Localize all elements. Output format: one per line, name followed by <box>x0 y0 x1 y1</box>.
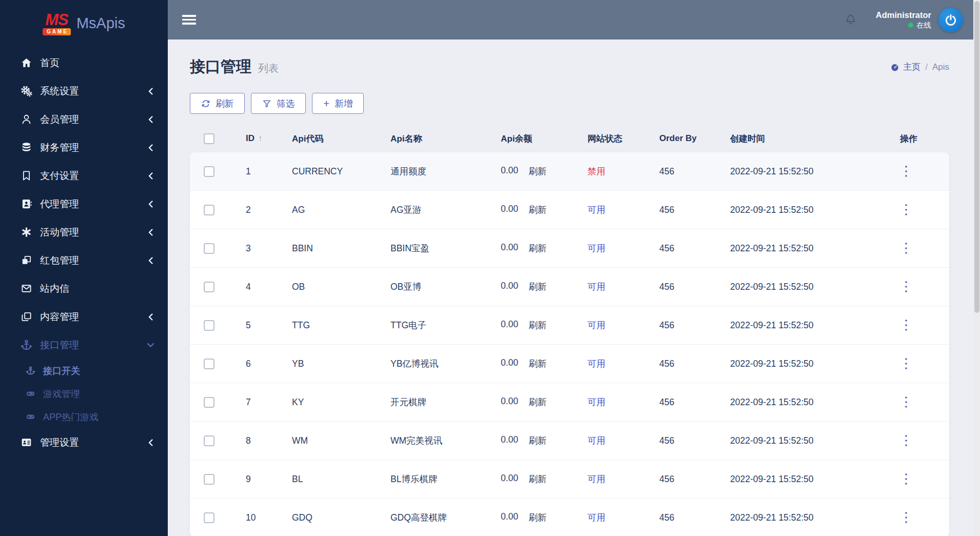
cell-id: 7 <box>228 397 275 408</box>
refresh-button[interactable]: 刷新 <box>190 93 245 114</box>
anchor-icon <box>19 339 33 351</box>
page-subtitle: 列表 <box>258 62 279 75</box>
sidebar-item-site-messages[interactable]: 站内信 <box>0 274 168 303</box>
sidebar-item-system-settings[interactable]: 系统设置 <box>0 77 168 105</box>
row-checkbox[interactable] <box>204 282 214 292</box>
balance-refresh-link[interactable]: 刷新 <box>528 165 546 177</box>
balance-refresh-link[interactable]: 刷新 <box>528 242 546 254</box>
header-id[interactable]: ID↑ <box>228 133 275 144</box>
breadcrumb-home-link[interactable]: 主页 <box>890 61 920 73</box>
row-checkbox[interactable] <box>204 512 214 523</box>
row-actions-kebab-icon[interactable] <box>900 316 912 334</box>
cell-site-status[interactable]: 可用 <box>570 473 642 485</box>
cell-api-name: BL博乐棋牌 <box>373 473 483 485</box>
row-actions-kebab-icon[interactable] <box>900 432 912 449</box>
balance-value: 0.00 <box>501 165 518 177</box>
toolbar: 刷新 筛选 + 新增 <box>190 93 949 114</box>
balance-refresh-link[interactable]: 刷新 <box>528 396 546 408</box>
sidebar-item-label: 内容管理 <box>40 310 79 324</box>
balance-refresh-link[interactable]: 刷新 <box>528 281 546 293</box>
cell-created-at: 2022-09-21 15:52:50 <box>713 512 883 523</box>
sidebar-item-content-management[interactable]: 内容管理 <box>0 303 168 331</box>
row-actions-kebab-icon[interactable] <box>900 201 912 219</box>
sidebar-item-home[interactable]: 首页 <box>0 49 168 77</box>
user-info[interactable]: Administrator 在线 <box>876 10 931 30</box>
sidebar-subitem-app-hot-games[interactable]: APP热门游戏 <box>0 405 168 428</box>
cell-order-by: 456 <box>642 166 713 177</box>
sidebar-item-label: 首页 <box>40 56 60 70</box>
cell-created-at: 2022-09-21 15:52:50 <box>713 205 883 215</box>
notifications-bell-icon[interactable] <box>844 13 857 27</box>
cell-id: 3 <box>228 243 275 254</box>
row-checkbox[interactable] <box>204 359 214 369</box>
cell-site-status[interactable]: 可用 <box>570 511 642 524</box>
cell-site-status[interactable]: 可用 <box>570 319 642 331</box>
brand-logo[interactable]: MS GAME MsApis <box>0 0 168 39</box>
cell-api-balance: 0.00 刷新 <box>483 358 570 370</box>
cell-order-by: 456 <box>642 205 713 215</box>
table-row: 6 YB YB亿博视讯 0.00 刷新 可用 456 2022-09-21 15… <box>190 345 949 383</box>
row-actions-kebab-icon[interactable] <box>900 355 912 372</box>
cell-api-balance: 0.00 刷新 <box>483 281 570 293</box>
sidebar-item-label: 代理管理 <box>40 197 79 211</box>
scrollbar-thumb[interactable] <box>974 1 979 313</box>
select-all-checkbox[interactable] <box>204 133 214 144</box>
refresh-button-label: 刷新 <box>215 97 233 110</box>
cell-order-by: 456 <box>642 243 713 254</box>
sidebar-item-agent-management[interactable]: 代理管理 <box>0 190 168 218</box>
sidebar-toggle-hamburger-icon[interactable] <box>182 15 196 25</box>
cell-site-status[interactable]: 可用 <box>570 204 642 216</box>
cell-api-balance: 0.00 刷新 <box>483 319 570 331</box>
cell-site-status[interactable]: 可用 <box>570 358 642 370</box>
balance-refresh-link[interactable]: 刷新 <box>528 434 546 447</box>
filter-button[interactable]: 筛选 <box>251 93 306 114</box>
cell-api-code: WM <box>275 435 373 446</box>
balance-refresh-link[interactable]: 刷新 <box>528 511 546 524</box>
page-scrollbar <box>973 0 980 536</box>
row-checkbox[interactable] <box>204 474 214 485</box>
sidebar-subitem-game-management[interactable]: 游戏管理 <box>0 382 168 405</box>
balance-value: 0.00 <box>501 281 518 293</box>
sidebar-item-admin-settings[interactable]: 管理设置 <box>0 428 168 456</box>
sidebar-item-finance-management[interactable]: 财务管理 <box>0 133 168 162</box>
row-checkbox[interactable] <box>204 435 214 446</box>
row-checkbox[interactable] <box>204 397 214 408</box>
row-actions-kebab-icon[interactable] <box>900 240 912 257</box>
header-order-by: Order By <box>642 133 713 144</box>
row-actions-kebab-icon[interactable] <box>900 470 912 488</box>
sidebar-item-payment-settings[interactable]: 支付设置 <box>0 162 168 190</box>
sidebar-subitem-api-switch[interactable]: 接口开关 <box>0 359 168 382</box>
envelope-icon <box>19 283 33 295</box>
dashboard-icon <box>890 63 899 72</box>
add-button[interactable]: + 新增 <box>312 93 364 114</box>
sidebar-item-label: 财务管理 <box>40 141 79 154</box>
balance-refresh-link[interactable]: 刷新 <box>528 473 546 485</box>
balance-refresh-link[interactable]: 刷新 <box>528 204 546 216</box>
sidebar-item-member-management[interactable]: 会员管理 <box>0 105 168 133</box>
sort-asc-icon[interactable]: ↑ <box>258 134 262 143</box>
row-checkbox[interactable] <box>204 205 214 215</box>
cell-site-status[interactable]: 可用 <box>570 242 642 254</box>
row-checkbox[interactable] <box>204 243 214 254</box>
balance-refresh-link[interactable]: 刷新 <box>528 358 546 370</box>
sidebar-item-red-packet-management[interactable]: 红包管理 <box>0 246 168 274</box>
row-actions-kebab-icon[interactable] <box>900 278 912 295</box>
sidebar-item-api-management[interactable]: 接口管理 <box>0 331 168 359</box>
cell-id: 4 <box>228 282 275 292</box>
cell-api-code: CURRENCY <box>275 166 373 177</box>
row-actions-kebab-icon[interactable] <box>900 393 912 411</box>
logout-power-button[interactable] <box>938 8 963 32</box>
cell-order-by: 456 <box>642 397 713 408</box>
sidebar-item-activity-management[interactable]: 活动管理 <box>0 218 168 246</box>
row-checkbox[interactable] <box>204 166 214 177</box>
cell-site-status[interactable]: 可用 <box>570 396 642 408</box>
cell-api-name: GDQ高登棋牌 <box>373 511 483 524</box>
balance-value: 0.00 <box>501 511 518 524</box>
row-actions-kebab-icon[interactable] <box>900 163 912 180</box>
cell-site-status[interactable]: 可用 <box>570 281 642 293</box>
row-actions-kebab-icon[interactable] <box>900 509 912 526</box>
balance-refresh-link[interactable]: 刷新 <box>528 319 546 331</box>
cell-site-status[interactable]: 禁用 <box>570 165 642 177</box>
row-checkbox[interactable] <box>204 320 214 331</box>
cell-site-status[interactable]: 可用 <box>570 434 642 447</box>
